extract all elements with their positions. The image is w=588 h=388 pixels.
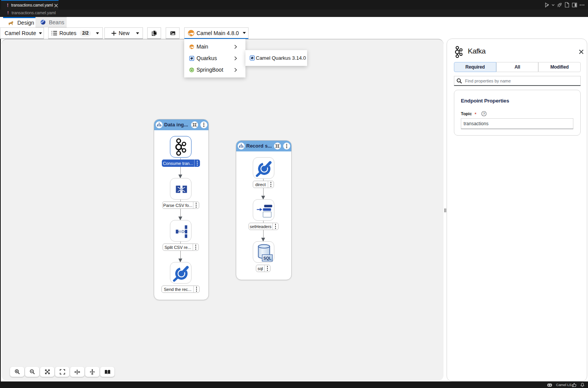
svg-text:?: ? — [483, 112, 485, 116]
svg-text:SQL: SQL — [263, 256, 271, 260]
